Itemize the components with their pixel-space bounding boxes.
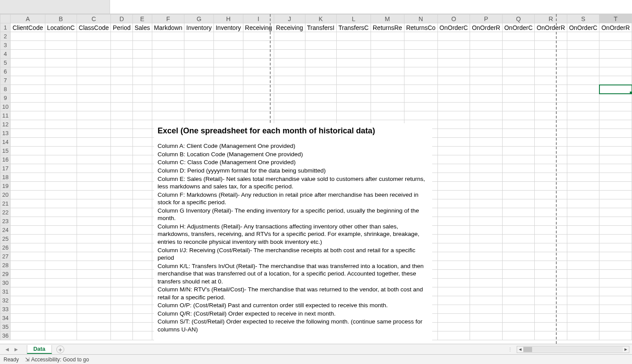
- cell-T28[interactable]: [599, 261, 632, 270]
- row-header[interactable]: 16: [0, 155, 11, 164]
- cell-R20[interactable]: [535, 191, 567, 199]
- column-header-B[interactable]: B: [45, 15, 77, 23]
- cell-D30[interactable]: [111, 279, 132, 287]
- cell-N6[interactable]: [404, 67, 437, 76]
- cell-F11[interactable]: [152, 111, 184, 120]
- scrollbar-thumb[interactable]: [523, 347, 532, 352]
- cell-A15[interactable]: [11, 147, 45, 155]
- cell-K5[interactable]: [305, 59, 337, 67]
- add-sheet-button[interactable]: ＋: [56, 346, 64, 353]
- cell-R22[interactable]: [535, 208, 567, 217]
- cell-K1[interactable]: TransfersI: [305, 23, 337, 32]
- cell-N3[interactable]: [404, 41, 437, 50]
- cell-C18[interactable]: [77, 173, 110, 182]
- column-header-J[interactable]: J: [274, 15, 305, 23]
- cell-C35[interactable]: [77, 323, 110, 331]
- cell-R18[interactable]: [535, 173, 567, 182]
- cell-C31[interactable]: [77, 287, 110, 296]
- row-header[interactable]: 19: [0, 182, 11, 191]
- cell-B33[interactable]: [45, 305, 77, 314]
- cell-R26[interactable]: [535, 243, 567, 252]
- column-header-P[interactable]: P: [470, 15, 503, 23]
- cell-K11[interactable]: [305, 111, 337, 120]
- cell-D11[interactable]: [111, 111, 132, 120]
- cell-B20[interactable]: [45, 191, 77, 199]
- cell-P13[interactable]: [470, 129, 503, 138]
- cell-T30[interactable]: [599, 279, 632, 287]
- cell-C15[interactable]: [77, 147, 110, 155]
- cell-D26[interactable]: [111, 243, 132, 252]
- cell-D25[interactable]: [111, 235, 132, 243]
- cell-P30[interactable]: [470, 279, 503, 287]
- cell-M3[interactable]: [371, 41, 404, 50]
- cell-E13[interactable]: [132, 129, 152, 138]
- cell-K9[interactable]: [305, 94, 337, 103]
- cell-E26[interactable]: [132, 243, 152, 252]
- cell-P1[interactable]: OnOrderR: [470, 23, 503, 32]
- cell-Q14[interactable]: [502, 138, 535, 147]
- cell-C13[interactable]: [77, 129, 110, 138]
- cell-D14[interactable]: [111, 138, 132, 147]
- cell-P12[interactable]: [470, 120, 503, 129]
- cell-O31[interactable]: [437, 287, 470, 296]
- cell-B19[interactable]: [45, 182, 77, 191]
- cell-R24[interactable]: [535, 226, 567, 235]
- cell-H5[interactable]: [213, 59, 243, 67]
- cell-K2[interactable]: [305, 32, 337, 41]
- row-header[interactable]: 9: [0, 94, 11, 103]
- cell-L2[interactable]: [337, 32, 371, 41]
- cell-E8[interactable]: [132, 85, 152, 94]
- cell-F3[interactable]: [152, 41, 184, 50]
- column-header-S[interactable]: S: [567, 15, 599, 23]
- cell-C9[interactable]: [77, 94, 110, 103]
- cell-D6[interactable]: [111, 67, 132, 76]
- cell-S23[interactable]: [567, 217, 599, 226]
- cell-O20[interactable]: [437, 191, 470, 199]
- cell-D36[interactable]: [111, 331, 132, 340]
- cell-P2[interactable]: [470, 32, 503, 41]
- cell-F6[interactable]: [152, 67, 184, 76]
- row-header[interactable]: 5: [0, 59, 11, 67]
- row-header[interactable]: 28: [0, 261, 11, 270]
- cell-Q11[interactable]: [502, 111, 535, 120]
- cell-S29[interactable]: [567, 270, 599, 279]
- cell-R16[interactable]: [535, 155, 567, 164]
- cell-R36[interactable]: [535, 331, 567, 340]
- cell-D33[interactable]: [111, 305, 132, 314]
- row-header[interactable]: 30: [0, 279, 11, 287]
- cell-O8[interactable]: [437, 85, 470, 94]
- cell-B11[interactable]: [45, 111, 77, 120]
- cell-J8[interactable]: [274, 85, 305, 94]
- cell-F1[interactable]: Markdown: [152, 23, 184, 32]
- row-header[interactable]: 31: [0, 287, 11, 296]
- cell-M1[interactable]: ReturnsRe: [371, 23, 404, 32]
- cell-G9[interactable]: [184, 94, 214, 103]
- cell-O28[interactable]: [437, 261, 470, 270]
- cell-M2[interactable]: [371, 32, 404, 41]
- cell-B21[interactable]: [45, 199, 77, 208]
- cell-S15[interactable]: [567, 147, 599, 155]
- cell-A28[interactable]: [11, 261, 45, 270]
- cell-E11[interactable]: [132, 111, 152, 120]
- cell-N11[interactable]: [404, 111, 437, 120]
- sheet-tab-bar[interactable]: ◄ ► Data ＋ ⋮ ◄ ►: [0, 344, 632, 354]
- cell-F10[interactable]: [152, 103, 184, 111]
- cell-C6[interactable]: [77, 67, 110, 76]
- cell-Q4[interactable]: [502, 50, 535, 59]
- cell-E19[interactable]: [132, 182, 152, 191]
- cell-A2[interactable]: [11, 32, 45, 41]
- cell-B5[interactable]: [45, 59, 77, 67]
- cell-E23[interactable]: [132, 217, 152, 226]
- cell-N9[interactable]: [404, 94, 437, 103]
- cell-R4[interactable]: [535, 50, 567, 59]
- cell-N1[interactable]: ReturnsCo: [404, 23, 437, 32]
- cell-Q33[interactable]: [502, 305, 535, 314]
- cell-H7[interactable]: [213, 76, 243, 85]
- row-header[interactable]: 11: [0, 111, 11, 120]
- cell-D10[interactable]: [111, 103, 132, 111]
- cell-D21[interactable]: [111, 199, 132, 208]
- cell-H3[interactable]: [213, 41, 243, 50]
- cell-Q13[interactable]: [502, 129, 535, 138]
- cell-D20[interactable]: [111, 191, 132, 199]
- cell-H6[interactable]: [213, 67, 243, 76]
